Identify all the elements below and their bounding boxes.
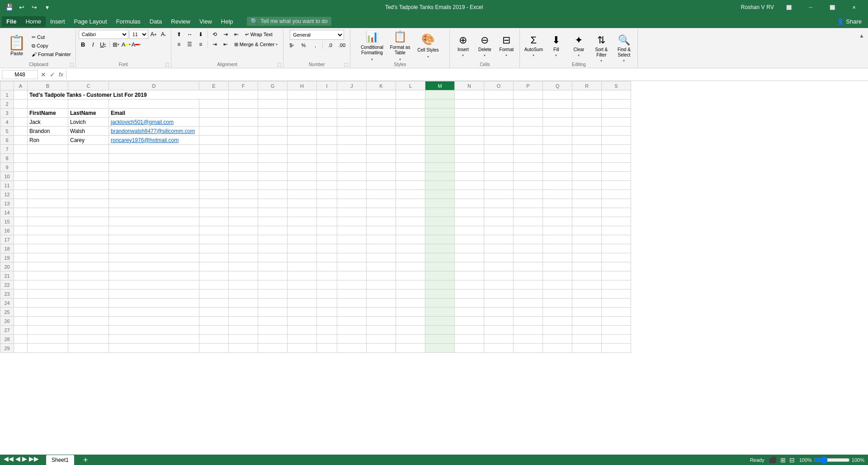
cell-C4[interactable]: Lovich — [68, 118, 109, 127]
cell-S2[interactable] — [602, 100, 631, 109]
cell-I26[interactable] — [317, 317, 337, 326]
cell-R29[interactable] — [572, 344, 602, 353]
zoom-slider[interactable] — [814, 456, 850, 464]
col-header-K[interactable]: K — [367, 81, 396, 90]
cell-F23[interactable] — [229, 289, 258, 299]
cell-H19[interactable] — [288, 253, 317, 262]
cell-D11[interactable] — [109, 181, 199, 190]
cell-G25[interactable] — [258, 308, 288, 317]
cell-J29[interactable] — [337, 344, 367, 353]
cell-C26[interactable] — [68, 317, 109, 326]
row-header-18[interactable]: 18 — [0, 244, 14, 253]
insert-function-button[interactable]: fx — [58, 71, 64, 78]
cell-H18[interactable] — [288, 244, 317, 253]
cell-R16[interactable] — [572, 226, 602, 235]
cell-A16[interactable] — [14, 226, 28, 235]
cell-N22[interactable] — [455, 280, 484, 289]
row-header-12[interactable]: 12 — [0, 190, 14, 199]
cell-K17[interactable] — [367, 235, 396, 244]
cell-K20[interactable] — [367, 262, 396, 271]
align-top-button[interactable]: ⬆ — [174, 30, 184, 39]
cell-D23[interactable] — [109, 289, 199, 299]
minimize-button[interactable]: ─ — [800, 0, 821, 14]
cell-H29[interactable] — [288, 344, 317, 353]
col-header-F[interactable]: F — [229, 81, 258, 90]
cell-B19[interactable] — [28, 253, 68, 262]
cell-D15[interactable] — [109, 217, 199, 226]
cell-S8[interactable] — [602, 154, 631, 163]
cell-P5[interactable] — [514, 127, 543, 136]
font-color-button[interactable]: A ▾ — [132, 40, 141, 49]
cell-H8[interactable] — [288, 154, 317, 163]
cell-S19[interactable] — [602, 253, 631, 262]
cell-J22[interactable] — [337, 280, 367, 289]
cell-O18[interactable] — [484, 244, 514, 253]
cell-B28[interactable] — [28, 335, 68, 344]
cell-J7[interactable] — [337, 145, 367, 154]
name-box[interactable] — [2, 70, 38, 79]
cell-R20[interactable] — [572, 262, 602, 271]
collapse-ribbon-button[interactable]: ▲ — [857, 31, 866, 41]
cell-G8[interactable] — [258, 154, 288, 163]
row-header-8[interactable]: 8 — [0, 154, 14, 163]
cell-O12[interactable] — [484, 190, 514, 199]
cell-I29[interactable] — [317, 344, 337, 353]
cell-F15[interactable] — [229, 217, 258, 226]
cell-D19[interactable] — [109, 253, 199, 262]
cell-G16[interactable] — [258, 226, 288, 235]
cell-P2[interactable] — [514, 100, 543, 109]
row-header-10[interactable]: 10 — [0, 172, 14, 181]
cell-O28[interactable] — [484, 335, 514, 344]
align-right-button[interactable]: ≡ — [196, 40, 206, 49]
cell-Q23[interactable] — [543, 289, 572, 299]
cell-J10[interactable] — [337, 172, 367, 181]
cell-I9[interactable] — [317, 163, 337, 172]
cell-J20[interactable] — [337, 262, 367, 271]
row-header-6[interactable]: 6 — [0, 136, 14, 145]
cell-C3[interactable]: LastName — [68, 109, 109, 118]
cell-D7[interactable] — [109, 145, 199, 154]
cell-G3[interactable] — [258, 109, 288, 118]
cell-S5[interactable] — [602, 127, 631, 136]
cell-L18[interactable] — [396, 244, 425, 253]
cell-O27[interactable] — [484, 326, 514, 335]
cell-P1[interactable] — [514, 90, 543, 100]
row-header-20[interactable]: 20 — [0, 262, 14, 271]
cell-J19[interactable] — [337, 253, 367, 262]
cell-A4[interactable] — [14, 118, 28, 127]
cell-L19[interactable] — [396, 253, 425, 262]
cell-S22[interactable] — [602, 280, 631, 289]
cell-L27[interactable] — [396, 326, 425, 335]
cell-H26[interactable] — [288, 317, 317, 326]
cell-C13[interactable] — [68, 199, 109, 208]
cell-B15[interactable] — [28, 217, 68, 226]
cell-H16[interactable] — [288, 226, 317, 235]
cell-K9[interactable] — [367, 163, 396, 172]
font-expand-icon[interactable]: ⬚ — [165, 62, 169, 67]
cell-S6[interactable] — [602, 136, 631, 145]
cell-S21[interactable] — [602, 271, 631, 280]
borders-button[interactable]: ⊞▾ — [112, 40, 121, 49]
cell-K5[interactable] — [367, 127, 396, 136]
cell-H11[interactable] — [288, 181, 317, 190]
text-direction-button[interactable]: ⟲ — [210, 30, 220, 39]
cell-J17[interactable] — [337, 235, 367, 244]
cell-M1[interactable] — [425, 90, 455, 100]
cell-Q7[interactable] — [543, 145, 572, 154]
cell-N27[interactable] — [455, 326, 484, 335]
cell-styles-button[interactable]: 🎨 Cell Styles ▾ — [415, 33, 441, 59]
cell-C21[interactable] — [68, 271, 109, 280]
cell-Q16[interactable] — [543, 226, 572, 235]
menu-view[interactable]: View — [195, 16, 217, 27]
cell-I21[interactable] — [317, 271, 337, 280]
cell-G18[interactable] — [258, 244, 288, 253]
cell-L14[interactable] — [396, 208, 425, 217]
cell-D24[interactable] — [109, 299, 199, 308]
cell-E3[interactable] — [199, 109, 229, 118]
cell-G10[interactable] — [258, 172, 288, 181]
cell-B6[interactable]: Ron — [28, 136, 68, 145]
autosum-button[interactable]: Σ AutoSum ▾ — [523, 33, 544, 59]
cell-C18[interactable] — [68, 244, 109, 253]
cell-O9[interactable] — [484, 163, 514, 172]
cell-M13[interactable] — [425, 199, 455, 208]
